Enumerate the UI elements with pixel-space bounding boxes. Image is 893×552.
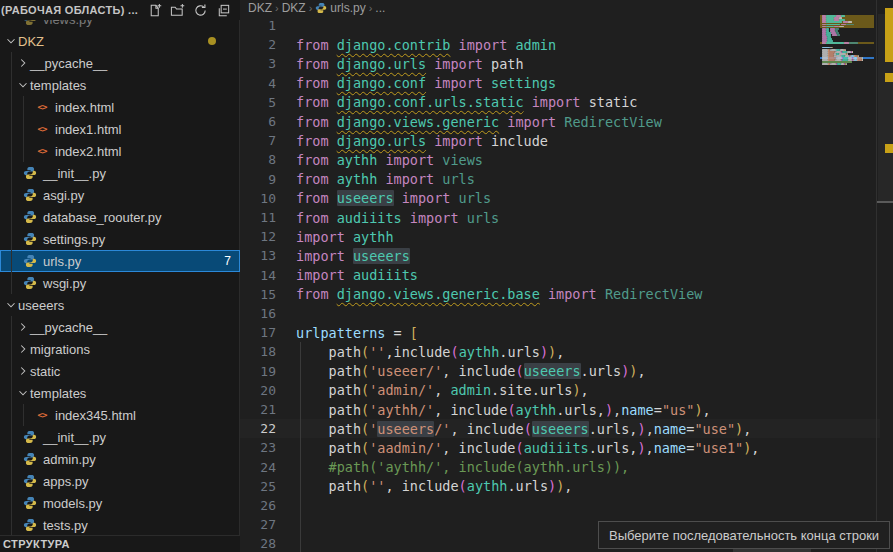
code-line: 12import aythh <box>240 227 880 246</box>
tree-item-label: settings.py <box>43 232 105 247</box>
code-text: path('useeers/', include(useeers.urls,),… <box>296 421 751 437</box>
code-line: 22 path('useeers/', include(useeers.urls… <box>240 419 880 438</box>
modified-dot-icon <box>208 37 216 45</box>
tree-item-settings-py[interactable]: settings.py <box>0 228 240 250</box>
code-line: 17urlpatterns = [ <box>240 323 880 342</box>
code-line: 21 path('aythh/', include(aythh.urls,),n… <box>240 400 880 419</box>
code-line: 19 path('useeer/', include(useeers.urls)… <box>240 362 880 381</box>
explorer-section-header[interactable]: (РАБОЧАЯ ОБЛАСТЬ) ... <box>0 0 240 20</box>
ruler-warning-mark <box>885 73 893 82</box>
chevron-down-icon <box>16 385 30 401</box>
html-file-icon: <> <box>34 143 50 159</box>
line-number: 4 <box>240 76 296 91</box>
line-number: 25 <box>240 479 296 494</box>
minimap-code-bar <box>849 42 858 44</box>
tree-item-label: useeers <box>18 298 64 313</box>
minimap[interactable] <box>820 0 876 552</box>
tree-item-label: database_roouter.py <box>43 210 162 225</box>
tree-item-wsgi-py[interactable]: wsgi.py <box>0 272 240 294</box>
breadcrumb-item[interactable]: urls.py <box>315 1 365 15</box>
code-text: #path('aythh/', include(aythh.urls)), <box>296 459 629 475</box>
breadcrumb-item[interactable]: DKZ <box>248 1 272 15</box>
tree-item-index345-html[interactable]: <>index345.html <box>0 404 240 426</box>
tree-item-label: templates <box>30 386 86 401</box>
tree-indent-guide <box>11 316 12 536</box>
breadcrumb: DKZ›DKZ›urls.py›... <box>240 0 385 16</box>
tree-item-useeers[interactable]: useeers <box>0 294 240 316</box>
new-file-icon[interactable] <box>146 2 163 19</box>
new-folder-icon[interactable] <box>169 2 186 19</box>
tree-indent-guide <box>23 404 24 426</box>
code-line: 10from useeers import urls <box>240 189 880 208</box>
minimap-code-bar <box>826 21 843 23</box>
tree-item-templates[interactable]: templates <box>0 382 240 404</box>
tree-item-templates[interactable]: templates <box>0 74 240 96</box>
tree-item-urls-py[interactable]: urls.py7 <box>0 250 240 272</box>
tree-item--pycache-[interactable]: __pycache__ <box>0 52 240 74</box>
ruler-warning-mark <box>885 8 893 62</box>
tree-item-static[interactable]: static <box>0 360 240 382</box>
line-number: 5 <box>240 95 296 110</box>
tree-item-models-py[interactable]: models.py <box>0 492 240 514</box>
tree-item-asgi-py[interactable]: asgi.py <box>0 184 240 206</box>
minimap-code-bar <box>837 34 840 36</box>
tree-item-dkz[interactable]: DKZ <box>0 30 240 52</box>
tree-item-label: DKZ <box>18 34 44 49</box>
minimap-code-bar <box>857 59 861 61</box>
code-line: 9from aythh import urls <box>240 170 880 189</box>
line-number: 22 <box>240 421 296 436</box>
tree-item-index1-html[interactable]: <>index1.html <box>0 118 240 140</box>
editor-pane[interactable]: DKZ›DKZ›urls.py›... 12from django.contri… <box>240 0 893 552</box>
line-number: 11 <box>240 210 296 225</box>
collapse-all-icon[interactable] <box>215 2 232 19</box>
tree-item-admin-py[interactable]: admin.py <box>0 448 240 470</box>
breadcrumb-separator-icon: › <box>275 2 279 14</box>
breadcrumb-item[interactable]: ... <box>375 1 385 15</box>
scrollbar-region-line <box>877 201 893 203</box>
tree-item-migrations[interactable]: migrations <box>0 338 240 360</box>
tree-item--init-py[interactable]: __init__.py <box>0 426 240 448</box>
refresh-icon[interactable] <box>192 2 209 19</box>
tree-item--init-py[interactable]: __init__.py <box>0 162 240 184</box>
breadcrumb-item[interactable]: DKZ <box>282 1 306 15</box>
tree-item-tests-py[interactable]: tests.py <box>0 514 240 536</box>
line-number: 13 <box>240 248 296 263</box>
minimap-code-bar <box>822 63 828 65</box>
tree-item-index-html[interactable]: <>index.html <box>0 96 240 118</box>
line-number: 15 <box>240 287 296 302</box>
code-text: from django.urls import include <box>296 133 548 149</box>
python-file-icon <box>22 473 38 489</box>
explorer-actions <box>146 2 240 19</box>
line-number: 20 <box>240 383 296 398</box>
line-number: 8 <box>240 152 296 167</box>
minimap-code-bar <box>852 51 853 53</box>
scrollbar-overview-ruler[interactable] <box>876 0 893 552</box>
problems-count-badge: 7 <box>224 254 231 268</box>
code-text: path('aythh/', include(aythh.urls,),name… <box>296 402 711 418</box>
tree-item-label: index345.html <box>55 408 136 423</box>
tree-indent-guide <box>23 96 24 162</box>
line-number: 19 <box>240 364 296 379</box>
outline-section-header[interactable]: СТРУКТУРА <box>0 535 240 552</box>
tree-item-database-roouter-py[interactable]: database_roouter.py <box>0 206 240 228</box>
line-number: 14 <box>240 268 296 283</box>
code-text: path('',include(aythh.urls)), <box>296 344 564 360</box>
line-number: 21 <box>240 402 296 417</box>
line-number: 7 <box>240 133 296 148</box>
chevron-down-icon <box>4 297 18 313</box>
breadcrumb-separator-icon: › <box>309 2 313 14</box>
python-file-icon <box>22 495 38 511</box>
tree-item-label: admin.py <box>43 452 96 467</box>
code-text: import audiiits <box>296 267 418 283</box>
line-number: 2 <box>240 37 296 52</box>
code-text: import aythh <box>296 229 394 245</box>
code-text: from django.views.generic.base import Re… <box>296 286 702 302</box>
code-text: from django.contrib import admin <box>296 37 556 53</box>
tree-item--pycache-[interactable]: __pycache__ <box>0 316 240 338</box>
tree-item-apps-py[interactable]: apps.py <box>0 470 240 492</box>
line-number: 1 <box>240 18 296 33</box>
tree-item-index2-html[interactable]: <>index2.html <box>0 140 240 162</box>
python-file-icon <box>22 429 38 445</box>
tree-item-label: tests.py <box>43 518 88 533</box>
tree-item-label: static <box>30 364 60 379</box>
